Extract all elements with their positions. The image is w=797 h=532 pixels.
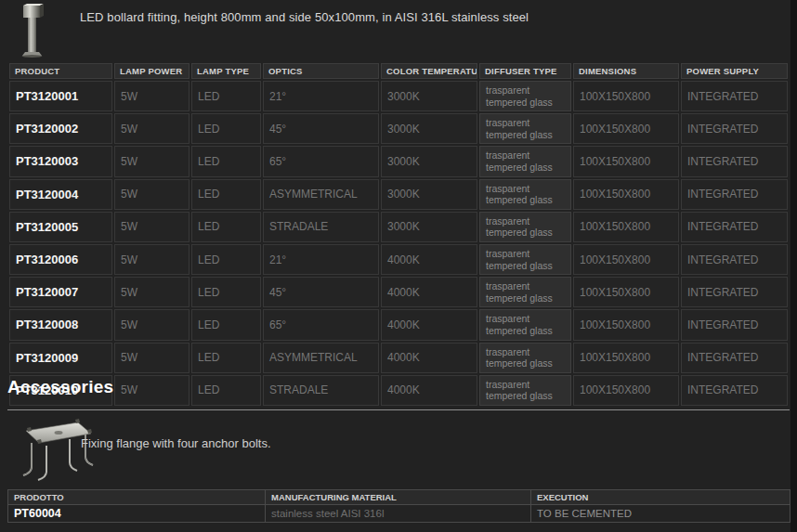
- accessories-heading: Accessories: [7, 377, 113, 397]
- cell-power-supply: INTEGRATED: [681, 146, 788, 176]
- cell-diffuser-type: trasparent tempered glass: [479, 81, 571, 111]
- cell-lamp-type: LED: [191, 212, 261, 242]
- cell-power-supply: INTEGRATED: [681, 179, 788, 210]
- cell-optics: STRADALE: [263, 375, 379, 406]
- cell-diffuser-type: trasparent tempered glass: [479, 375, 571, 406]
- cell-dimensions: 100X150X800: [573, 375, 679, 406]
- table-row: PT31200035WLED65°3000Ktrasparent tempere…: [9, 146, 788, 176]
- cell-optics: 45°: [263, 113, 379, 144]
- cell-color-temperature: 4000K: [381, 309, 477, 340]
- cell-product: PT3120008: [9, 309, 112, 340]
- cell-color-temperature: 4000K: [381, 277, 477, 307]
- cell-product: PT3120006: [9, 244, 112, 275]
- cell-optics: 65°: [263, 309, 379, 340]
- cell-color-temperature: 4000K: [381, 375, 477, 406]
- cell-product: PT3120001: [9, 81, 112, 111]
- cell-optics: 21°: [263, 244, 379, 275]
- cell-diffuser-type: trasparent tempered glass: [479, 113, 571, 144]
- cell-lamp-type: LED: [191, 81, 261, 111]
- cell-optics: 45°: [263, 277, 379, 307]
- cell-lamp-power: 5W: [114, 244, 189, 275]
- cell-diffuser-type: trasparent tempered glass: [479, 244, 571, 275]
- table-row: PT60004stainless steel AISI 316lTO BE CE…: [8, 505, 790, 523]
- cell-product: PT3120004: [9, 179, 112, 210]
- product-description: LED bollard fitting, height 800mm and si…: [80, 10, 529, 24]
- accessory-description: Fixing flange with four anchor bolts.: [81, 436, 271, 450]
- column-header: MANUFACTURING MATERIAL: [266, 490, 531, 505]
- column-header: OPTICS: [263, 63, 379, 79]
- cell-power-supply: INTEGRATED: [681, 81, 788, 111]
- cell-product: PT3120003: [9, 146, 112, 176]
- cell-product: PT3120005: [9, 212, 112, 242]
- cell-lamp-power: 5W: [114, 277, 189, 307]
- cell-product: PT3120009: [9, 343, 112, 373]
- cell-color-temperature: 3000K: [381, 81, 477, 111]
- column-header: LAMP TYPE: [191, 63, 261, 79]
- cell-lamp-power: 5W: [114, 81, 189, 111]
- cell-product: PT60004: [8, 505, 266, 523]
- table-row: PT31200015WLED21°3000Ktrasparent tempere…: [9, 81, 788, 111]
- cell-dimensions: 100X150X800: [573, 277, 679, 307]
- cell-dimensions: 100X150X800: [573, 179, 679, 210]
- table-row: PT31200095WLEDASYMMETRICAL4000Ktrasparen…: [9, 343, 788, 373]
- column-header: COLOR TEMPERATURE: [381, 63, 477, 79]
- cell-power-supply: INTEGRATED: [681, 113, 788, 144]
- cell-color-temperature: 3000K: [381, 146, 477, 176]
- bollard-product-image: [15, 3, 48, 62]
- products-spec-table: PRODUCTLAMP POWERLAMP TYPEOPTICSCOLOR TE…: [7, 61, 790, 408]
- cell-material: stainless steel AISI 316l: [266, 505, 531, 523]
- column-header: EXECUTION: [531, 490, 790, 505]
- column-header: LAMP POWER: [114, 63, 189, 79]
- cell-lamp-power: 5W: [114, 146, 189, 176]
- cell-lamp-type: LED: [191, 113, 261, 144]
- cell-lamp-type: LED: [191, 375, 261, 406]
- column-header: POWER SUPPLY: [681, 63, 788, 79]
- table-row: PT31200045WLEDASYMMETRICAL3000Ktrasparen…: [9, 179, 788, 210]
- cell-optics: STRADALE: [263, 212, 379, 242]
- cell-diffuser-type: trasparent tempered glass: [479, 277, 571, 307]
- cell-lamp-type: LED: [191, 343, 261, 373]
- cell-lamp-power: 5W: [114, 309, 189, 340]
- cell-power-supply: INTEGRATED: [681, 309, 788, 340]
- cell-power-supply: INTEGRATED: [681, 212, 788, 242]
- cell-optics: ASYMMETRICAL: [263, 343, 379, 373]
- column-header: DIFFUSER TYPE: [479, 63, 571, 79]
- cell-product: PT3120007: [9, 277, 112, 307]
- cell-diffuser-type: trasparent tempered glass: [479, 212, 571, 242]
- table-row: PT31200085WLED65°4000Ktrasparent tempere…: [9, 309, 788, 340]
- cell-optics: 65°: [263, 146, 379, 176]
- cell-product: PT3120002: [9, 113, 112, 144]
- cell-lamp-type: LED: [191, 179, 261, 210]
- cell-execution: TO BE CEMENTED: [531, 505, 790, 523]
- table-row: PT31200055WLEDSTRADALE3000Ktrasparent te…: [9, 212, 788, 242]
- cell-lamp-type: LED: [191, 309, 261, 340]
- cell-lamp-power: 5W: [114, 113, 189, 144]
- fixing-flange-image: [11, 418, 97, 487]
- cell-color-temperature: 3000K: [381, 113, 477, 144]
- cell-lamp-power: 5W: [114, 343, 189, 373]
- cell-lamp-type: LED: [191, 277, 261, 307]
- cell-dimensions: 100X150X800: [573, 212, 679, 242]
- cell-dimensions: 100X150X800: [573, 81, 679, 111]
- cell-lamp-type: LED: [191, 244, 261, 275]
- cell-lamp-type: LED: [191, 146, 261, 176]
- cell-power-supply: INTEGRATED: [681, 375, 788, 406]
- cell-color-temperature: 4000K: [381, 244, 477, 275]
- cell-diffuser-type: trasparent tempered glass: [479, 179, 571, 210]
- cell-lamp-power: 5W: [114, 179, 189, 210]
- table-header-row: PRODUCTLAMP POWERLAMP TYPEOPTICSCOLOR TE…: [9, 63, 788, 79]
- cell-diffuser-type: trasparent tempered glass: [479, 146, 571, 176]
- cell-dimensions: 100X150X800: [573, 113, 679, 144]
- section-divider: [7, 409, 790, 410]
- cell-dimensions: 100X150X800: [573, 309, 679, 340]
- cell-diffuser-type: trasparent tempered glass: [479, 343, 571, 373]
- cell-optics: 21°: [263, 81, 379, 111]
- table-row: PT31200105WLEDSTRADALE4000Ktrasparent te…: [9, 375, 788, 406]
- table-row: PT31200025WLED45°3000Ktrasparent tempere…: [9, 113, 788, 144]
- table-row: PT31200075WLED45°4000Ktrasparent tempere…: [9, 277, 788, 307]
- cell-diffuser-type: trasparent tempered glass: [479, 309, 571, 340]
- cell-dimensions: 100X150X800: [573, 244, 679, 275]
- cell-lamp-power: 5W: [114, 375, 189, 406]
- cell-color-temperature: 3000K: [381, 179, 477, 210]
- cell-dimensions: 100X150X800: [573, 146, 679, 176]
